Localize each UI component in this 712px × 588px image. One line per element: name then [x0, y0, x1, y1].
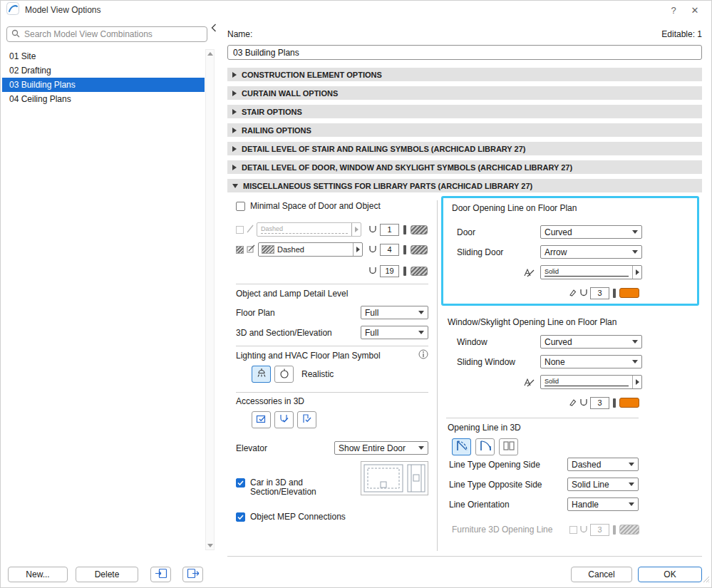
fill-combo[interactable]: Dashed [258, 242, 363, 257]
accessory-lamp-button[interactable] [274, 411, 294, 428]
lamp-symbol-button-selected[interactable] [252, 366, 271, 383]
fill-toggle-icon[interactable] [236, 226, 244, 234]
elev3d-select[interactable]: Full [361, 326, 428, 339]
line-orientation-label: Line Orientation [449, 500, 510, 510]
linetype-opening-side-label: Line Type Opening Side [449, 460, 540, 470]
export-button[interactable] [182, 567, 203, 582]
checkbox-checked-icon[interactable] [236, 512, 245, 522]
window-group-heading: Window/Skylight Opening Line on Floor Pl… [448, 317, 616, 327]
section-curtain-wall-options[interactable]: CURTAIN WALL OPTIONS [227, 86, 702, 100]
section-detail-stair-railing[interactable]: DETAIL LEVEL OF STAIR AND RAILING SYMBOL… [227, 142, 702, 155]
floor-plan-select[interactable]: Full [361, 306, 428, 319]
linetype-opposite-side-label: Line Type Opposite Side [449, 480, 542, 490]
door-pen-field[interactable]: 3 [590, 287, 609, 299]
lamp-outline-symbol-button[interactable] [274, 366, 294, 383]
pen-split-handle[interactable] [613, 398, 616, 408]
opening-line-dashed-button-selected[interactable] [452, 438, 471, 455]
lighting-heading: Lighting and HVAC Floor Plan Symbol [236, 351, 381, 361]
collapse-sidebar-icon[interactable] [211, 22, 218, 31]
linetype-opposite-side-select[interactable]: Solid Line [567, 478, 639, 491]
window-pen-color-swatch[interactable] [619, 398, 639, 408]
pen-split-handle[interactable] [613, 289, 616, 298]
door-pen-color-swatch[interactable] [619, 288, 639, 298]
info-icon[interactable] [418, 349, 428, 361]
footer-divider [227, 556, 702, 557]
section-railing-options[interactable]: RAILING OPTIONS [227, 123, 702, 137]
accessory-object-button[interactable] [252, 411, 271, 428]
chevron-down-icon [629, 463, 634, 466]
door-linetype-combo[interactable]: Solid [540, 265, 642, 279]
name-input[interactable] [227, 45, 702, 60]
opening-line-box-button[interactable] [499, 438, 518, 455]
list-item[interactable]: 01 Site [2, 49, 205, 63]
line-orientation-select[interactable]: Handle [567, 497, 639, 511]
new-button[interactable]: New... [8, 567, 68, 582]
pen-split-handle[interactable] [403, 245, 406, 254]
pen-color-swatch[interactable] [411, 225, 428, 234]
accessories-heading: Accessories in 3D [236, 396, 304, 406]
door-group-heading: Door Opening Line on Floor Plan [452, 203, 577, 213]
chevron-down-icon [632, 360, 638, 363]
section-construction-element-options[interactable]: CONSTRUCTION ELEMENT OPTIONS [227, 68, 702, 81]
window-opening-select[interactable]: Curved [540, 335, 642, 349]
list-item-selected[interactable]: 03 Building Plans [2, 78, 205, 92]
list-item[interactable]: 02 Drafting [2, 63, 205, 78]
sliding-window-select[interactable]: None [540, 355, 642, 368]
cancel-button[interactable]: Cancel [571, 567, 632, 582]
elevator-select[interactable]: Show Entire Door [334, 441, 428, 455]
resize-grip[interactable] [703, 573, 710, 586]
door-label: Door [457, 227, 475, 237]
circle-icon [279, 368, 289, 381]
pen-number-field[interactable]: 19 [380, 265, 399, 277]
section-misc-library-parts[interactable]: MISCELLANEOUS SETTINGS FOR LIBRARY PARTS… [227, 179, 702, 192]
scroll-up-icon[interactable] [207, 52, 213, 56]
window-pen-field[interactable]: 3 [590, 397, 609, 409]
ok-button[interactable]: OK [638, 567, 702, 582]
pen-color-swatch[interactable] [411, 267, 428, 276]
pen-split-handle[interactable] [403, 267, 406, 276]
pen-split-handle[interactable] [403, 225, 406, 234]
mep-connections-checkbox[interactable]: Object MEP Connections [236, 512, 346, 522]
pen-number-field[interactable]: 1 [380, 224, 399, 236]
slash-icon [247, 225, 254, 235]
furniture-pen-field: 3 [590, 524, 609, 536]
car-3d-checkbox[interactable]: Car in 3D and Section/Elevation [236, 478, 343, 497]
divider [446, 418, 639, 418]
list-scrollbar[interactable] [205, 49, 215, 550]
search-input[interactable] [24, 29, 202, 39]
chevron-down-icon [418, 446, 424, 450]
opening-line-frame-button[interactable] [475, 438, 495, 455]
misc-settings-panel: Minimal Space of Door and Object Dashed … [227, 196, 702, 557]
elev3d-label: 3D and Section/Elevation [236, 328, 332, 338]
pen-number-field[interactable]: 4 [380, 244, 399, 256]
linetype-opening-side-select[interactable]: Dashed [567, 458, 639, 471]
pen-cup-icon [579, 288, 588, 299]
chevron-down-icon [632, 340, 638, 344]
pen-cup-icon [368, 225, 377, 235]
close-button[interactable]: ✕ [684, 2, 706, 18]
scroll-down-icon[interactable] [207, 544, 213, 547]
elevator-label: Elevator [236, 443, 267, 453]
fill-pattern-icon[interactable] [236, 246, 244, 254]
section-stair-options[interactable]: STAIR OPTIONS [227, 105, 702, 118]
pen-color-swatch[interactable] [411, 245, 428, 254]
checkbox-checked-icon[interactable] [236, 478, 245, 488]
chevron-down-icon [418, 311, 424, 314]
checkbox-unchecked-icon[interactable] [236, 202, 245, 211]
accessory-door-button[interactable] [297, 411, 316, 428]
import-button[interactable] [150, 567, 171, 582]
minimal-space-checkbox[interactable]: Minimal Space of Door and Object [236, 202, 381, 211]
door-opening-select[interactable]: Curved [540, 225, 642, 239]
help-button[interactable]: ? [663, 2, 684, 18]
model-view-options-dialog: Model View Options ? ✕ 01 Site 02 Drafti… [0, 0, 712, 588]
delete-button[interactable]: Delete [76, 567, 138, 582]
linetype-combo-disabled[interactable]: Dashed [257, 222, 361, 237]
window-linetype-combo[interactable]: Solid [540, 375, 642, 389]
main-panel: Name: Editable: 1 CONSTRUCTION ELEMENT O… [227, 19, 702, 587]
pen-nib-icon [569, 398, 577, 408]
list-item[interactable]: 04 Ceiling Plans [2, 92, 205, 106]
sliding-door-select[interactable]: Arrow [540, 245, 642, 259]
collapse-arrow-icon [232, 184, 238, 188]
section-detail-door-window[interactable]: DETAIL LEVEL OF DOOR, WINDOW AND SKYLIGH… [227, 160, 702, 174]
chevron-down-icon [629, 502, 634, 506]
